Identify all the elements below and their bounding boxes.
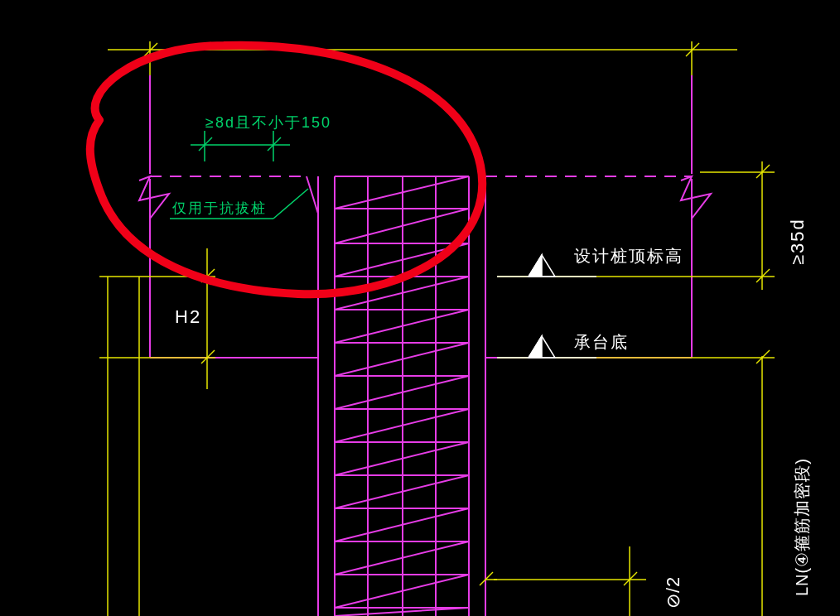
- svg-line-66: [624, 572, 637, 585]
- cap-bottom-label: 承台底: [574, 331, 629, 354]
- dimension-lines: [99, 41, 775, 616]
- right-35d-dimension-label: ≥35d: [787, 218, 809, 265]
- top-note-label: ≥8d且不小于150: [205, 113, 331, 132]
- svg-line-55: [268, 137, 281, 151]
- svg-line-60: [756, 269, 770, 282]
- red-annotation-circle: [90, 46, 482, 295]
- drawing-svg: [0, 0, 840, 616]
- svg-line-59: [756, 165, 770, 178]
- svg-line-63: [756, 350, 770, 363]
- cad-drawing-canvas: ≥8d且不小于150 仅用于抗拔桩 设计桩顶标高 承台底 H2 ≥35d ⊘/2…: [0, 0, 840, 616]
- elevation-label: 设计桩顶标高: [574, 245, 683, 267]
- h2-dimension-label: H2: [175, 306, 201, 328]
- svg-line-54: [199, 137, 212, 151]
- bottom-dia2-dimension-label: ⊘/2: [663, 576, 684, 609]
- left-note-label: 仅用于抗拔桩: [172, 199, 267, 218]
- right-ln-dimension-label: LN(④箍筋加密段): [791, 458, 813, 596]
- svg-line-72: [273, 189, 308, 219]
